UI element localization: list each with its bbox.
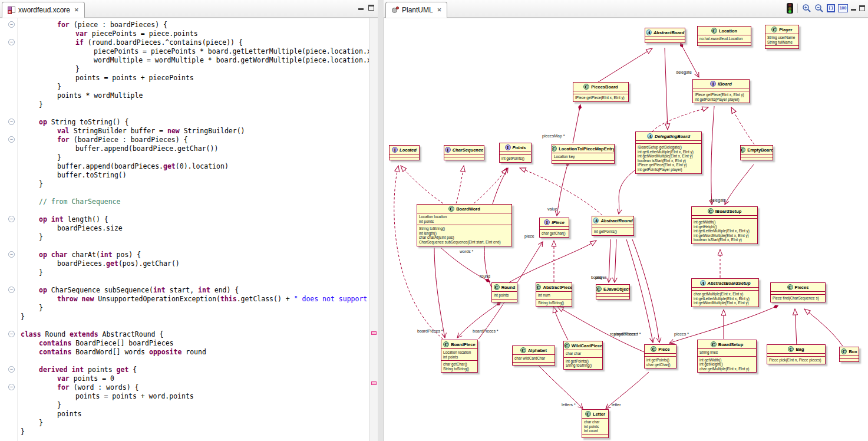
uml-class-CharSequence[interactable]: ICharSequence bbox=[444, 145, 484, 160]
code-line[interactable]: derived int points get { bbox=[18, 366, 369, 374]
code-line[interactable] bbox=[18, 109, 369, 118]
code-editor[interactable]: −−−−−−−−−− for (piece : boardPieces) {va… bbox=[0, 18, 378, 441]
code-line[interactable]: val StringBuilder buffer = new StringBui… bbox=[18, 127, 369, 136]
close-tab-icon[interactable]: ✕ bbox=[73, 7, 79, 13]
code-line[interactable]: } bbox=[18, 83, 369, 91]
code-line[interactable]: points = points + piecePoints bbox=[18, 74, 369, 83]
uml-class-IBoard[interactable]: IIBoardIPiece getPiece(EInt x, EInt y)in… bbox=[692, 79, 750, 103]
code-line[interactable]: } bbox=[18, 304, 369, 312]
code-line[interactable]: class Round extends AbstractRound { bbox=[18, 330, 369, 339]
uml-diagram-canvas[interactable]: AAbstractBoardCLocationno.hal.xwordfeud.… bbox=[384, 18, 868, 441]
code-line[interactable]: piecePoints = piecePoints * board.getLet… bbox=[18, 47, 369, 56]
uml-class-AbstractBoard[interactable]: AAbstractBoard bbox=[645, 28, 685, 43]
code-line[interactable]: } bbox=[18, 427, 369, 436]
uml-class-Bag[interactable]: CBagPiece pick(EInt n, Piece pieces) bbox=[767, 344, 826, 364]
uml-class-Letter[interactable]: CLetterchar charint pointsint count bbox=[582, 409, 609, 438]
code-line[interactable]: var piecePoints = piece.points bbox=[18, 29, 369, 38]
pane-sash[interactable] bbox=[378, 0, 384, 441]
uml-class-Round[interactable]: CRoundint points bbox=[491, 282, 517, 302]
traffic-light-icon[interactable] bbox=[787, 3, 793, 14]
code-line[interactable]: } bbox=[18, 419, 369, 427]
uml-class-AbstractRound[interactable]: AAbstractRoundint getPoints() bbox=[592, 216, 634, 236]
code-line[interactable] bbox=[18, 321, 369, 330]
code-line[interactable] bbox=[18, 189, 369, 198]
fold-toggle-icon[interactable]: − bbox=[8, 287, 15, 293]
uml-class-Piece[interactable]: CPieceint getPoints()char getChar() bbox=[644, 344, 676, 368]
fold-toggle-icon[interactable]: − bbox=[8, 119, 15, 125]
code-line[interactable]: throw new UnsupportedOperationException(… bbox=[18, 295, 369, 304]
uml-class-LocationToIPieceMapEntry[interactable]: CLocationToIPieceMapEntryLocation key bbox=[552, 144, 615, 164]
tab-plantuml[interactable]: PlantUML ✕ bbox=[385, 2, 447, 18]
fold-toggle-icon[interactable]: − bbox=[8, 331, 15, 337]
code-line[interactable]: if (round.boardPieces.^contains(piece)) … bbox=[18, 38, 369, 47]
code-line[interactable] bbox=[18, 277, 369, 286]
fold-toggle-icon[interactable]: − bbox=[8, 251, 15, 258]
fit-to-window-icon[interactable] bbox=[827, 4, 835, 12]
code-line[interactable]: } bbox=[18, 100, 369, 109]
code-line[interactable]: buffer.toString() bbox=[18, 171, 369, 180]
code-line[interactable]: op CharSequence subSequence(int start, i… bbox=[18, 286, 369, 295]
code-line[interactable]: } bbox=[18, 312, 369, 321]
code-line[interactable]: points = points + word.points bbox=[18, 392, 369, 401]
code-line[interactable]: } bbox=[18, 233, 369, 242]
overview-annotation-marker[interactable] bbox=[371, 331, 377, 335]
tab-xwordfeud-xcore[interactable]: x xwordfeud.xcore ✕ bbox=[2, 2, 85, 18]
code-line[interactable] bbox=[18, 242, 369, 251]
uml-class-AbstractPiece[interactable]: CAbstractPieceint numString toString() bbox=[536, 282, 572, 307]
minimize-icon[interactable] bbox=[851, 6, 856, 11]
fold-toggle-icon[interactable]: − bbox=[8, 216, 15, 222]
code-line[interactable]: buffer.append(boardPiece.getChar()) bbox=[18, 144, 369, 153]
code-line[interactable]: var points = 0 bbox=[18, 374, 369, 383]
maximize-icon[interactable] bbox=[859, 5, 865, 11]
code-line[interactable]: } bbox=[18, 180, 369, 189]
zoom-out-icon[interactable] bbox=[814, 4, 824, 13]
fold-toggle-icon[interactable]: − bbox=[8, 21, 15, 28]
uml-class-Box[interactable]: CBox bbox=[839, 347, 859, 362]
code-line[interactable] bbox=[18, 357, 369, 366]
code-line[interactable]: // from CharSequence bbox=[18, 198, 369, 206]
uml-class-Player[interactable]: CPlayerString userNameString fullName bbox=[765, 25, 799, 49]
code-line[interactable] bbox=[18, 206, 369, 215]
uml-class-IPiece[interactable]: IIPiecechar getChar() bbox=[539, 218, 569, 238]
fold-toggle-icon[interactable]: − bbox=[8, 39, 15, 45]
code-line[interactable]: buffer.append(boardPieces.get(0).locatio… bbox=[18, 162, 369, 171]
code-line[interactable]: contains BoardPiece[] boardPieces bbox=[18, 339, 369, 348]
fold-toggle-icon[interactable]: − bbox=[8, 136, 15, 143]
fold-toggle-icon[interactable]: − bbox=[8, 384, 15, 390]
code-line[interactable]: wordMultiple = wordMultiple * board.getW… bbox=[18, 56, 369, 65]
uml-class-IBoardSetup[interactable]: CIBoardSetupint getWidth()int getHeight(… bbox=[691, 206, 758, 244]
code-line[interactable]: boardPieces.size bbox=[18, 224, 369, 233]
uml-class-DelegatingBoard[interactable]: ADelegatingBoardIBoardSetup getDelegate(… bbox=[635, 131, 702, 174]
code-line[interactable]: for (piece : boardPieces) { bbox=[18, 21, 369, 29]
uml-class-Pieces[interactable]: CPiecesPiece find(CharSequence s) bbox=[770, 282, 826, 302]
uml-class-Located[interactable]: ILocated bbox=[389, 145, 420, 160]
code-line[interactable]: points * wordMultiple bbox=[18, 91, 369, 100]
fold-toggle-icon[interactable]: − bbox=[8, 366, 15, 373]
zoom-in-icon[interactable] bbox=[802, 4, 811, 13]
code-area[interactable]: for (piece : boardPieces) {var piecePoin… bbox=[18, 18, 369, 441]
code-line[interactable]: for (boardPiece : boardPieces) { bbox=[18, 136, 369, 144]
minimize-icon[interactable] bbox=[358, 5, 364, 10]
code-line[interactable]: for (word : words) { bbox=[18, 383, 369, 392]
uml-class-BoardPiece[interactable]: CBoardPieceLocation locationint pointsch… bbox=[441, 340, 478, 373]
uml-class-WildCardPiece[interactable]: CWildCardPiecechar charint getPoints()St… bbox=[563, 341, 603, 370]
uml-class-AbstractBoardSetup[interactable]: AAbstractBoardSetupchar getMultiple(EInt… bbox=[691, 278, 759, 307]
code-line[interactable]: op String toString() { bbox=[18, 118, 369, 127]
uml-class-PiecesBoard[interactable]: CPiecesBoardIPiece getPiece(EInt x, EInt… bbox=[573, 82, 629, 102]
maximize-icon[interactable] bbox=[368, 5, 374, 11]
code-line[interactable]: points bbox=[18, 410, 369, 419]
uml-class-Location[interactable]: CLocationno.hal.xwordfeud.Location bbox=[697, 26, 751, 46]
uml-class-EmptyBoard[interactable]: CEmptyBoard bbox=[740, 145, 773, 160]
zoom-100-icon[interactable]: 100 bbox=[838, 4, 848, 12]
uml-class-EJavaObject[interactable]: CEJavaObject bbox=[596, 284, 630, 300]
uml-class-Alphabet[interactable]: CAlphabetchar wildCardChar bbox=[512, 345, 555, 366]
uml-class-BoardSetup[interactable]: CBoardSetupString linesint getWidth()int… bbox=[697, 340, 757, 373]
code-line[interactable]: } bbox=[18, 401, 369, 410]
code-line[interactable]: } bbox=[18, 153, 369, 162]
close-tab-icon[interactable]: ✕ bbox=[436, 7, 442, 13]
code-line[interactable]: boardPieces.get(pos).getChar() bbox=[18, 259, 369, 268]
code-line[interactable]: op char charAt(int pos) { bbox=[18, 251, 369, 259]
code-line[interactable]: contains BoardWord[] words opposite roun… bbox=[18, 348, 369, 357]
code-line[interactable]: } bbox=[18, 268, 369, 277]
code-line[interactable]: } bbox=[18, 65, 369, 74]
